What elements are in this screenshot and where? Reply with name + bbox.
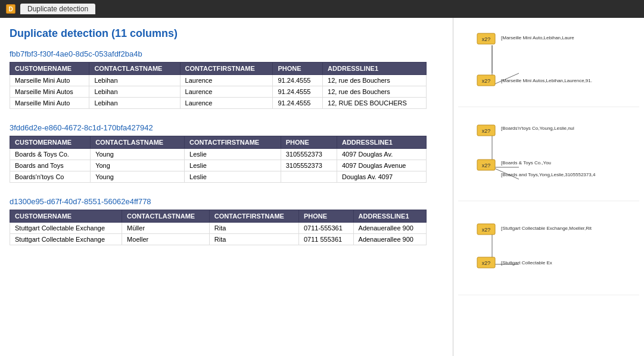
col-contactfirstname: CONTACTFIRSTNAME [180, 63, 273, 75]
table-cell: Marseille Mini Auto [10, 75, 89, 86]
col-contactlastname: CONTACTLASTNAME [122, 210, 210, 223]
title-tab[interactable]: Duplicate detection [20, 4, 95, 14]
table-row: Stuttgart Collectable ExchangeMüllerRita… [10, 223, 427, 234]
svg-text:x2?: x2? [482, 78, 491, 84]
table-cell: Rita [209, 223, 298, 234]
col-customername: CUSTOMERNAME [10, 63, 89, 75]
main-content: Duplicate detection (11 columns) fbb7fbf… [0, 18, 644, 356]
table-header-row: CUSTOMERNAME CONTACTLASTNAME CONTACTFIRS… [10, 210, 427, 223]
table-cell: Leslie [185, 160, 281, 171]
svg-text:[Stuttgart Collectable Ex: [Stuttgart Collectable Ex [501, 260, 552, 266]
group-section-3: d1300e95-d67f-40d7-8551-56062e4ff778 CUS… [10, 197, 443, 245]
table-cell: 12, RUE DES BOUCHERS [323, 98, 427, 109]
table-row: Stuttgart Collectable ExchangeMoellerRit… [10, 234, 427, 245]
table-cell: Laurence [180, 86, 273, 98]
group-id-1[interactable]: fbb7fbf3-f30f-4ae0-8d5c-053afdf2ba4b [10, 49, 443, 58]
svg-text:[Boards and Toys,Yong,Leslie,3: [Boards and Toys,Yong,Leslie,3105552373,… [501, 172, 596, 177]
table-cell: Young [91, 149, 185, 160]
app-icon: D [6, 4, 15, 14]
table-cell: Young [91, 171, 185, 183]
svg-text:[Boards'n'toys Co,Young,Leslie: [Boards'n'toys Co,Young,Leslie,nul [501, 126, 574, 131]
group-id-3[interactable]: d1300e95-d67f-40d7-8551-56062e4ff778 [10, 197, 443, 206]
table-cell: Laurence [180, 98, 273, 109]
graph-group-2: x2? [Boards'n'toys Co,Young,Leslie,nul x… [458, 117, 639, 201]
data-table-2: CUSTOMERNAME CONTACTLASTNAME CONTACTFIRS… [10, 136, 427, 183]
table-cell: Lebihan [89, 75, 180, 86]
table-cell: Douglas Av. 4097 [337, 171, 426, 183]
col-customername: CUSTOMERNAME [10, 136, 91, 149]
svg-text:x2?: x2? [482, 128, 491, 134]
table-row: Marseille Mini AutosLebihanLaurence91.24… [10, 86, 427, 98]
right-panel: x2? [Marseille Mini Auto,Lebihan,Laure x… [453, 18, 644, 356]
table-cell: 4097 Douglas Av. [337, 149, 426, 160]
svg-text:[Boards & Toys Co.,You: [Boards & Toys Co.,You [501, 160, 551, 165]
table-cell: Lebihan [89, 98, 180, 109]
data-table-3: CUSTOMERNAME CONTACTLASTNAME CONTACTFIRS… [10, 210, 427, 245]
col-phone: PHONE [281, 136, 337, 149]
table-cell: Marseille Mini Auto [10, 98, 89, 109]
table-cell: Lebihan [89, 86, 180, 98]
table-cell: 12, rue des Bouchers [323, 75, 427, 86]
table-cell [281, 171, 337, 183]
title-bar: D Duplicate detection [0, 0, 644, 18]
table-cell: 12, rue des Bouchers [323, 86, 427, 98]
graph-svg-1: x2? [Marseille Mini Auto,Lebihan,Laure x… [458, 23, 639, 100]
col-contactfirstname: CONTACTFIRSTNAME [185, 136, 281, 149]
table-cell: Leslie [185, 171, 281, 183]
table-row: Boards'n'toys CoYoungLeslieDouglas Av. 4… [10, 171, 427, 183]
table-row: Marseille Mini AutoLebihanLaurence91.24.… [10, 98, 427, 109]
table-cell: Adenauerallee 900 [353, 234, 426, 245]
table-cell: 0711-555361 [298, 223, 353, 234]
table-header-row: CUSTOMERNAME CONTACTLASTNAME CONTACTFIRS… [10, 136, 427, 149]
table-cell: Stuttgart Collectable Exchange [10, 223, 122, 234]
table-cell: 4097 Douglas Avenue [337, 160, 426, 171]
table-header-row: CUSTOMERNAME CONTACTLASTNAME CONTACTFIRS… [10, 63, 427, 75]
table-cell: Adenauerallee 900 [353, 223, 426, 234]
svg-text:[Stuttgart Collectable Exchang: [Stuttgart Collectable Exchange,Moeller,… [501, 226, 592, 231]
graph-svg-2: x2? [Boards'n'toys Co,Young,Leslie,nul x… [458, 117, 639, 194]
svg-text:x2?: x2? [482, 36, 491, 42]
table-row: Marseille Mini AutoLebihanLaurence91.24.… [10, 75, 427, 86]
table-cell: 3105552373 [281, 160, 337, 171]
col-contactlastname: CONTACTLASTNAME [89, 63, 180, 75]
col-addressline1: ADDRESSLINE1 [323, 63, 427, 75]
group-section-1: fbb7fbf3-f30f-4ae0-8d5c-053afdf2ba4b CUS… [10, 49, 443, 109]
table-cell: Boards & Toys Co. [10, 149, 91, 160]
graph-group-3: x2? [Stuttgart Collectable Exchange,Moel… [458, 211, 639, 295]
col-addressline1: ADDRESSLINE1 [353, 210, 426, 223]
table-cell: Boards and Toys [10, 160, 91, 171]
table-cell: 91.24.4555 [273, 86, 323, 98]
table-cell: 0711 555361 [298, 234, 353, 245]
table-cell: Marseille Mini Autos [10, 86, 89, 98]
svg-text:x2?: x2? [482, 227, 491, 233]
table-cell: Müller [122, 223, 210, 234]
table-cell: Stuttgart Collectable Exchange [10, 234, 122, 245]
col-contactfirstname: CONTACTFIRSTNAME [209, 210, 298, 223]
col-phone: PHONE [273, 63, 323, 75]
group-id-2[interactable]: 3fdd6d2e-e860-4672-8c1d-170bfa427942 [10, 123, 443, 132]
left-panel: Duplicate detection (11 columns) fbb7fbf… [0, 18, 453, 356]
table-cell: 91.24.4555 [273, 75, 323, 86]
svg-text:[Marseille Mini Auto,Lebihan,L: [Marseille Mini Auto,Lebihan,Laure [501, 35, 574, 40]
table-cell: Boards'n'toys Co [10, 171, 91, 183]
table-cell: Laurence [180, 75, 273, 86]
table-cell: Leslie [185, 149, 281, 160]
data-table-1: CUSTOMERNAME CONTACTLASTNAME CONTACTFIRS… [10, 62, 427, 109]
page-title: Duplicate detection (11 columns) [10, 27, 443, 40]
graph-group-1: x2? [Marseille Mini Auto,Lebihan,Laure x… [458, 23, 639, 107]
col-customername: CUSTOMERNAME [10, 210, 122, 223]
table-row: Boards and ToysYongLeslie31055523734097 … [10, 160, 427, 171]
svg-text:x2?: x2? [482, 163, 491, 168]
table-cell: 91.24.4555 [273, 98, 323, 109]
svg-text:x2?: x2? [482, 260, 491, 266]
svg-text:[Marseille Mini Autos,Lebihan,: [Marseille Mini Autos,Lebihan,Laurence,9… [501, 78, 592, 83]
table-row: Boards & Toys Co.YoungLeslie310555237340… [10, 149, 427, 160]
table-cell: Rita [209, 234, 298, 245]
table-cell: Yong [91, 160, 185, 171]
col-addressline1: ADDRESSLINE1 [337, 136, 426, 149]
group-section-2: 3fdd6d2e-e860-4672-8c1d-170bfa427942 CUS… [10, 123, 443, 183]
table-cell: Moeller [122, 234, 210, 245]
col-phone: PHONE [298, 210, 353, 223]
col-contactlastname: CONTACTLASTNAME [91, 136, 185, 149]
table-cell: 3105552373 [281, 149, 337, 160]
